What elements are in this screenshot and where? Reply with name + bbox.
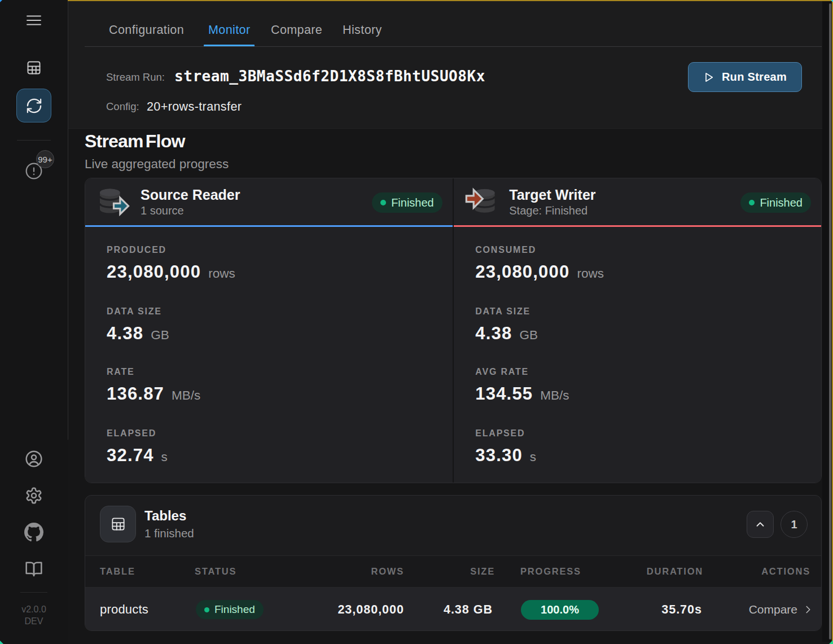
cell-rows: 23,080,000	[337, 588, 404, 631]
stat-unit: GB	[151, 328, 169, 343]
tables-title: Tables	[144, 507, 186, 524]
tabs-separator	[85, 46, 822, 47]
panel-title: Target Writer	[509, 186, 595, 203]
column-header-duration: DURATION	[647, 556, 703, 587]
column-header-status: STATUS	[195, 556, 236, 587]
stat-produced: PRODUCED 23,080,000 rows	[107, 244, 235, 283]
stat-label: CONSUMED	[475, 244, 604, 256]
table-grid-icon	[111, 516, 126, 532]
target-accent-line	[454, 225, 821, 227]
github-icon	[24, 523, 43, 542]
status-dot	[749, 200, 755, 205]
sidebar-item-github[interactable]	[24, 523, 43, 542]
app-root: 99+ v2.0.0 DEV	[0, 0, 833, 644]
stat-label: AVG RATE	[475, 366, 569, 378]
stat-value: 4.38	[107, 323, 143, 344]
status-dot	[204, 607, 209, 612]
stat-value: 134.55	[475, 383, 533, 405]
stat-elapsed: ELAPSED 32.74 s	[107, 428, 168, 466]
status-dot	[380, 200, 386, 205]
tables-card: Tables 1 finished 1 TABLE STATUS ROWS SI…	[85, 495, 822, 631]
dev-border-top	[68, 0, 832, 1]
stat-label: DATA SIZE	[475, 306, 538, 317]
stat-value: 4.38	[475, 323, 512, 344]
tab-monitor[interactable]: Monitor	[208, 24, 251, 36]
tab-compare[interactable]: Compare	[271, 24, 322, 36]
book-open-icon	[25, 560, 43, 578]
database-in-icon	[463, 186, 497, 217]
corner-mark-bottom-left	[0, 641, 3, 644]
stat-unit: MB/s	[540, 388, 569, 403]
column-header-progress: PROGRESS	[520, 556, 581, 587]
page-title: Stream Flow	[85, 132, 185, 151]
tab-configuration[interactable]: Configuration	[109, 24, 184, 36]
tables-icon-container	[100, 506, 136, 542]
stat-data-size: DATA SIZE 4.38 GB	[475, 306, 538, 344]
status-text: Finished	[214, 603, 255, 616]
table-grid-icon	[26, 60, 42, 76]
stat-label: PRODUCED	[107, 244, 235, 256]
header-band-border	[68, 128, 832, 129]
sidebar-footer-divider	[20, 592, 47, 593]
sidebar-item-settings[interactable]	[25, 487, 43, 505]
stat-avg-rate: AVG RATE 134.55 MB/s	[475, 366, 569, 405]
stat-unit: rows	[577, 266, 604, 281]
compare-button[interactable]: Compare	[749, 603, 814, 616]
main-content: Configuration Monitor Compare History St…	[68, 0, 833, 644]
cell-duration: 35.70s	[661, 588, 702, 631]
column-header-table: TABLE	[100, 556, 135, 587]
table-header-row: TABLE STATUS ROWS SIZE PROGRESS DURATION…	[85, 555, 821, 588]
tab-history[interactable]: History	[343, 24, 382, 36]
stat-unit: rows	[208, 266, 235, 281]
cell-actions: Compare	[749, 588, 814, 631]
chevron-up-icon	[754, 518, 766, 531]
column-header-rows: ROWS	[371, 556, 404, 587]
run-stream-button-label: Run Stream	[722, 71, 787, 84]
database-out-icon	[98, 187, 132, 218]
cell-status: Finished	[196, 588, 264, 631]
stat-value: 32.74	[107, 445, 154, 466]
stat-label: ELAPSED	[107, 428, 168, 439]
stream-run-label: Stream Run:	[106, 72, 165, 82]
status-badge: Finished	[196, 600, 264, 619]
stat-label: DATA SIZE	[107, 306, 169, 317]
sidebar-item-streams[interactable]	[16, 89, 51, 122]
scrollbar-thumb[interactable]	[829, 3, 831, 639]
gear-icon	[25, 487, 43, 505]
sidebar-item-docs[interactable]	[25, 560, 43, 578]
stat-label: ELAPSED	[475, 428, 536, 439]
stat-value: 33.30	[475, 445, 523, 466]
stream-run-value: stream_3BMaSSd6f2D1X8S8fBhtUSUO8Kx	[174, 68, 485, 85]
app-environment: DEV	[0, 616, 68, 627]
source-reader-panel: Source Reader 1 source Finished PRODUCED…	[85, 178, 453, 483]
status-badge: Finished	[740, 192, 811, 213]
sidebar-item-tables[interactable]	[26, 60, 42, 76]
play-icon	[703, 72, 714, 83]
stat-unit: s	[530, 450, 536, 465]
app-version: v2.0.0	[0, 604, 68, 615]
stat-data-size: DATA SIZE 4.38 GB	[107, 306, 169, 344]
run-stream-button[interactable]: Run Stream	[688, 62, 802, 92]
sidebar: 99+ v2.0.0 DEV	[0, 0, 68, 644]
stream-flow-card: Source Reader 1 source Finished PRODUCED…	[85, 178, 822, 483]
panel-subtitle: Stage: Finished	[509, 204, 588, 217]
target-writer-panel: Target Writer Stage: Finished Finished C…	[454, 178, 821, 483]
tables-subtitle: 1 finished	[144, 527, 194, 540]
collapse-tables-button[interactable]	[747, 511, 774, 538]
status-text: Finished	[760, 196, 803, 209]
stat-elapsed: ELAPSED 33.30 s	[475, 428, 536, 466]
page-subtitle: Live aggregated progress	[85, 157, 229, 171]
stat-value: 23,080,000	[107, 261, 201, 283]
corner-mark-top-left	[0, 0, 2, 2]
source-accent-line	[85, 225, 453, 227]
panel-title: Source Reader	[141, 186, 240, 203]
header-band: Configuration Monitor Compare History St…	[68, 1, 833, 128]
sidebar-item-account[interactable]	[25, 450, 43, 468]
sync-refresh-icon	[25, 97, 43, 115]
table-row: products Finished 23,080,000 4.38 GB 100…	[85, 588, 821, 631]
hamburger-menu-icon	[27, 14, 41, 27]
cell-progress: 100.0%	[521, 588, 599, 631]
chevron-right-icon	[802, 603, 814, 616]
menu-button[interactable]	[27, 14, 41, 27]
tables-count-button[interactable]: 1	[781, 511, 808, 538]
